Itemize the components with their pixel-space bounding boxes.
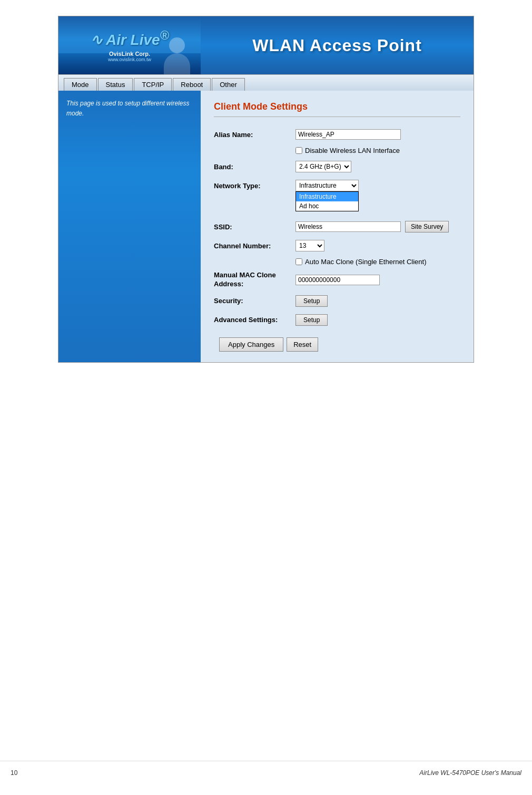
- content-area: This page is used to setup different wir…: [58, 91, 474, 362]
- company-name: OvisLink Corp.: [109, 51, 150, 57]
- advanced-setup-button[interactable]: Setup: [295, 314, 328, 326]
- form-section: Alias Name: Disable Wireless LAN Interfa…: [214, 128, 460, 352]
- main-panel: Client Mode Settings Alias Name:: [201, 91, 474, 362]
- network-dropdown-container: Infrastructure Infrastructure Ad hoc: [295, 180, 359, 191]
- security-row: Security: Setup: [214, 294, 460, 308]
- disable-lan-label: Disable Wireless LAN Interface: [305, 147, 400, 154]
- auto-mac-row: Auto Mac Clone (Single Ethernet Client): [214, 258, 460, 266]
- security-label: Security:: [214, 297, 295, 305]
- site-survey-button[interactable]: Site Survey: [405, 221, 449, 232]
- doc-title-text: AirLive WL-5470POE User's Manual: [419, 769, 521, 777]
- band-select[interactable]: 2.4 GHz (B+G) 2.4 GHz (B) 2.4 GHz (G): [295, 161, 351, 172]
- network-type-label: Network Type:: [214, 182, 295, 190]
- alias-name-row: Alias Name:: [214, 128, 460, 141]
- tab-status[interactable]: Status: [98, 78, 133, 91]
- network-type-select[interactable]: Infrastructure: [295, 180, 359, 191]
- tab-tcpip[interactable]: TCP/IP: [134, 78, 172, 91]
- page-number: 10: [11, 769, 17, 777]
- security-setup-button[interactable]: Setup: [295, 295, 328, 307]
- dropdown-option-infrastructure[interactable]: Infrastructure: [296, 192, 358, 201]
- sidebar: This page is used to setup different wir…: [58, 91, 201, 362]
- ssid-control: Site Survey: [295, 221, 460, 232]
- disable-lan-row: Disable Wireless LAN Interface: [214, 147, 460, 154]
- nav-tabs: Mode Status TCP/IP Reboot Other: [58, 74, 474, 91]
- tab-reboot[interactable]: Reboot: [173, 78, 211, 91]
- mac-clone-row: Manual MAC Clone Address:: [214, 271, 460, 289]
- network-type-row: Network Type: Infrastructure Infrastruct…: [214, 179, 460, 192]
- apply-changes-button[interactable]: Apply Changes: [219, 337, 283, 352]
- security-control: Setup: [295, 295, 460, 307]
- page-wrapper: ∿ Air Live® OvisLink Corp. www.ovislink.…: [0, 0, 532, 795]
- panel-title: Client Mode Settings: [214, 101, 460, 117]
- sidebar-description: This page is used to setup different wir…: [66, 99, 193, 119]
- action-buttons: Apply Changes Reset: [214, 337, 460, 352]
- auto-mac-checkbox[interactable]: [295, 258, 302, 265]
- channel-row: Channel Number: 13: [214, 239, 460, 253]
- title-area: WLAN Access Point: [201, 16, 474, 74]
- network-type-dropdown-popup: Infrastructure Ad hoc: [295, 191, 359, 211]
- channel-select[interactable]: 13: [295, 240, 324, 251]
- ssid-input[interactable]: [295, 221, 401, 232]
- advanced-row: Advanced Settings: Setup: [214, 313, 460, 327]
- page-footer: 10 AirLive WL-5470POE User's Manual: [0, 761, 532, 784]
- signal-icon: ∿: [90, 32, 102, 48]
- logo-text: ∿ Air Live®: [90, 28, 169, 49]
- company-url: www.ovislink.com.tw: [108, 57, 151, 62]
- alias-label: Alias Name:: [214, 131, 295, 139]
- mac-clone-control: [295, 275, 460, 285]
- tab-mode[interactable]: Mode: [64, 78, 97, 91]
- network-type-control: Infrastructure Infrastructure Ad hoc: [295, 180, 460, 191]
- ssid-row: SSID: Site Survey: [214, 220, 460, 234]
- tab-other[interactable]: Other: [212, 78, 245, 91]
- mac-clone-label: Manual MAC Clone Address:: [214, 271, 295, 289]
- alias-input[interactable]: [295, 129, 401, 140]
- device-header: ∿ Air Live® OvisLink Corp. www.ovislink.…: [58, 16, 474, 74]
- disable-lan-checkbox[interactable]: [295, 147, 302, 154]
- channel-label: Channel Number:: [214, 242, 295, 250]
- main-container: ∿ Air Live® OvisLink Corp. www.ovislink.…: [0, 0, 532, 373]
- reset-button[interactable]: Reset: [287, 337, 318, 352]
- auto-mac-label: Auto Mac Clone (Single Ethernet Client): [305, 258, 427, 266]
- logo-area: ∿ Air Live® OvisLink Corp. www.ovislink.…: [58, 16, 201, 74]
- device-ui: ∿ Air Live® OvisLink Corp. www.ovislink.…: [58, 16, 474, 363]
- dropdown-option-adhoc[interactable]: Ad hoc: [296, 201, 358, 211]
- advanced-label: Advanced Settings:: [214, 316, 295, 324]
- alias-control: [295, 129, 460, 140]
- channel-control: 13: [295, 240, 460, 251]
- band-label: Band:: [214, 163, 295, 171]
- band-row: Band: 2.4 GHz (B+G) 2.4 GHz (B) 2.4 GHz …: [214, 160, 460, 173]
- band-control: 2.4 GHz (B+G) 2.4 GHz (B) 2.4 GHz (G): [295, 161, 460, 172]
- device-title: WLAN Access Point: [252, 36, 422, 55]
- doc-title: AirLive WL-5470POE User's Manual: [419, 769, 521, 777]
- ssid-label: SSID:: [214, 223, 295, 231]
- advanced-control: Setup: [295, 314, 460, 326]
- mac-clone-input[interactable]: [295, 275, 380, 285]
